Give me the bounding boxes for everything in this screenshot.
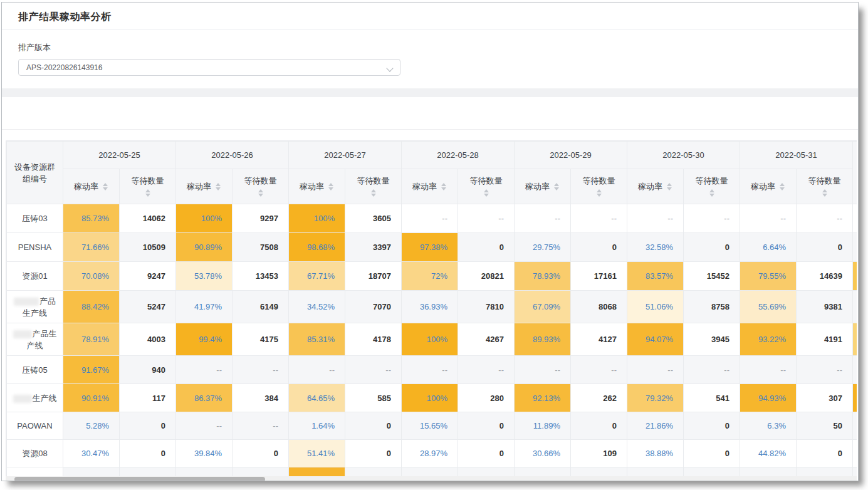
waiting-header-label: 等待数量 — [808, 175, 841, 187]
resource-name-text: 生产线 — [33, 394, 57, 403]
caret-down-icon — [441, 187, 446, 190]
overflow-cell — [853, 291, 857, 323]
utilization-cell: 67.71% — [289, 262, 345, 291]
caret-down-icon — [597, 194, 602, 197]
utilization-column-header: 稼动率 — [627, 169, 684, 204]
utilization-value: 36.93% — [420, 302, 447, 311]
utilization-header-label: 稼动率 — [74, 181, 98, 192]
waiting-column-header: 等待数量 — [684, 169, 740, 204]
waiting-cell: 7810 — [458, 291, 515, 323]
sort-icon[interactable] — [483, 189, 489, 197]
waiting-cell: 4175 — [233, 323, 289, 356]
utilization-value: 41.97% — [194, 302, 222, 311]
caret-down-icon — [328, 187, 333, 190]
utilization-value: 92.13% — [533, 394, 560, 403]
sort-icon[interactable] — [596, 189, 602, 197]
sort-icon[interactable] — [145, 189, 151, 197]
utilization-column-header: 稼动率 — [515, 169, 571, 204]
utilization-value: 100% — [201, 214, 222, 223]
waiting-cell: 940 — [120, 356, 176, 384]
waiting-cell: 0 — [684, 412, 740, 440]
sort-icon[interactable] — [370, 189, 377, 197]
horizontal-scrollbar-thumb[interactable] — [14, 477, 265, 481]
utilization-cell: -- — [740, 204, 797, 233]
utilization-cell: 100% — [289, 204, 345, 233]
waiting-cell — [684, 467, 740, 477]
sort-icon[interactable] — [553, 182, 560, 191]
version-select[interactable]: APS-20220826143916 — [18, 59, 400, 76]
utilization-value: 100% — [314, 214, 335, 223]
utilization-value: 21.86% — [646, 421, 673, 430]
caret-down-icon — [258, 194, 263, 197]
sort-icon[interactable] — [822, 189, 828, 197]
sort-icon[interactable] — [779, 182, 785, 191]
utilization-value: 85.73% — [81, 214, 109, 223]
utilization-value: 79.55% — [758, 271, 786, 281]
resource-name-cell: 压铸03 — [7, 204, 63, 233]
waiting-cell: 541 — [684, 384, 740, 412]
resource-name-cell: PAOWAN — [7, 412, 63, 440]
waiting-cell: -- — [458, 356, 515, 384]
utilization-value: 70.08% — [81, 271, 109, 281]
caret-up-icon — [554, 183, 559, 186]
utilization-table: 设备资源群组编号2022-05-252022-05-262022-05-2720… — [6, 141, 857, 476]
utilization-cell: 90.91% — [63, 384, 120, 412]
waiting-cell: 0 — [345, 440, 402, 467]
sort-icon[interactable] — [258, 189, 264, 197]
waiting-column-header: 等待数量 — [458, 169, 515, 204]
utilization-cell: 85.73% — [63, 204, 120, 233]
table-row: 产品生产线88.42%524741.97%614934.52%707036.93… — [7, 291, 857, 323]
waiting-cell: 50 — [797, 412, 853, 440]
overflow-cell — [853, 356, 857, 384]
waiting-cell: 0 — [345, 412, 402, 440]
utilization-value: 86.37% — [194, 394, 222, 403]
waiting-header-label: 等待数量 — [696, 175, 728, 187]
waiting-header-label: 等待数量 — [132, 175, 164, 187]
waiting-cell: 3397 — [345, 233, 402, 262]
resource-name-cell: PENSHA — [7, 233, 63, 262]
utilization-column-header: 稼动率 — [740, 169, 797, 204]
utilization-value: 93.22% — [758, 335, 786, 344]
caret-down-icon — [371, 194, 376, 197]
horizontal-scrollbar[interactable] — [6, 476, 857, 481]
waiting-cell: 0 — [458, 440, 515, 467]
date-header: 2022-05-28 — [402, 142, 515, 169]
utilization-value: 15.65% — [420, 421, 447, 430]
sort-icon[interactable] — [709, 189, 715, 197]
sort-icon[interactable] — [666, 182, 672, 191]
waiting-cell: 0 — [458, 412, 515, 440]
utilization-cell: 41.97% — [176, 291, 233, 323]
table-row: 资源0170.08%924753.78%1345367.71%1870772%2… — [7, 262, 857, 291]
waiting-cell: 0 — [797, 233, 853, 262]
waiting-cell: 307 — [797, 384, 853, 412]
utilization-cell: 86.37% — [176, 384, 233, 412]
sort-icon[interactable] — [102, 182, 108, 191]
utilization-cell: 32.58% — [627, 233, 684, 262]
utilization-value: 72% — [431, 271, 447, 281]
utilization-header-label: 稼动率 — [525, 181, 550, 192]
utilization-cell: 100% — [402, 323, 458, 356]
overflow-cell — [853, 262, 857, 291]
waiting-cell — [233, 467, 289, 477]
sort-icon[interactable] — [215, 182, 221, 191]
waiting-cell: -- — [458, 204, 515, 233]
resource-name-cell: 产品生产线 — [7, 323, 63, 356]
utilization-value: 79.32% — [646, 394, 673, 403]
utilization-value: 100% — [427, 335, 447, 344]
waiting-column-header: 等待数量 — [120, 169, 176, 204]
utilization-cell: 88.42% — [63, 291, 120, 323]
date-header: 2022-05-31 — [740, 142, 853, 169]
utilization-cell: -- — [402, 356, 458, 384]
utilization-cell: -- — [515, 204, 571, 233]
caret-down-icon — [103, 187, 108, 190]
sort-icon[interactable] — [441, 182, 447, 191]
resource-name-text: 资源01 — [22, 271, 47, 281]
utilization-value: 38.88% — [646, 449, 673, 458]
waiting-cell: 0 — [684, 233, 740, 262]
utilization-value: 94.07% — [646, 335, 673, 344]
utilization-cell — [176, 467, 233, 477]
sort-icon[interactable] — [328, 182, 334, 191]
utilization-cell: 51.06% — [627, 291, 684, 323]
utilization-value: 34.52% — [307, 302, 335, 311]
waiting-cell: 0 — [571, 412, 627, 440]
